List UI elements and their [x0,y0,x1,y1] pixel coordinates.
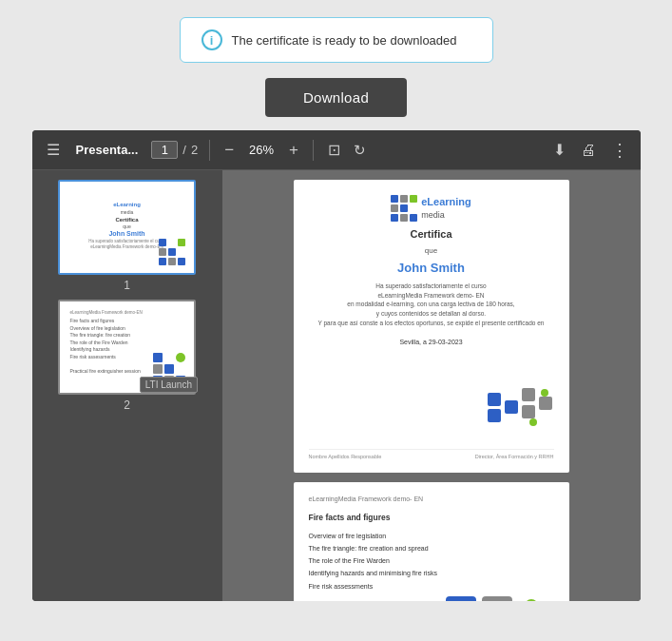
svg-rect-9 [488,409,501,422]
page2-graphic [446,596,560,601]
certificate-page-1: eLearning media Certifica que John Smith… [294,180,569,473]
fit-page-button[interactable]: ⊡ [325,138,343,162]
thumb-page-label-1: 1 [124,279,130,292]
pdf-content-area: eLearning media Certifica que John Smith… [222,170,641,601]
zoom-out-icon: − [224,141,234,159]
cert-person-name: John Smith [309,260,554,277]
svg-rect-7 [410,214,417,222]
svg-rect-8 [488,393,501,406]
svg-rect-0 [391,195,398,203]
svg-rect-6 [400,214,408,222]
alert-message: The certificate is ready to be downloade… [232,33,457,48]
pdf-title: Presenta... [76,143,139,157]
zoom-out-button[interactable]: − [221,142,237,158]
fit-page-icon: ⊡ [328,141,340,159]
cert-certifica-title: Certifica [309,227,554,242]
p2-topics-list: Overview of fire legislation The fire tr… [309,530,554,592]
rotate-icon: ↻ [354,142,366,159]
page-total: 2 [191,143,198,157]
toolbar-right-actions: ⬇ 🖨 ⋮ [550,137,631,164]
list-item: Fire risk assessments [309,580,554,592]
svg-point-23 [525,599,538,601]
svg-rect-17 [482,596,512,601]
cert-footer-right: Director, Área Formación y RRHH [475,454,554,461]
svg-rect-10 [505,400,518,414]
thumbnail-page-1[interactable]: eLearning media Certifica que John Smith… [58,180,196,292]
print-button[interactable]: 🖨 [578,139,599,162]
cert-footer-left: Nombre Apellidos Responsable [309,454,382,461]
p2-section-title: Fire facts and figures [309,512,554,525]
toolbar-divider-1 [209,140,210,161]
more-icon: ⋮ [611,140,628,161]
zoom-in-button[interactable]: + [286,142,301,158]
list-item: Identifying hazards and minimising fire … [309,567,554,579]
cert-date: Sevilla, a 29-03-2023 [309,338,554,347]
list-item: The role of the Fire Warden [309,554,554,567]
pdf-main-area: eLearning media Certifica que John Smith… [32,170,641,601]
page-control: / 2 [151,141,198,159]
svg-rect-1 [400,195,408,203]
svg-rect-4 [400,204,408,212]
certificate-page-2: eLearningMedia Framework demo- EN Fire f… [294,482,569,601]
alert-banner: i The certificate is ready to be downloa… [180,17,493,63]
svg-rect-16 [446,596,476,601]
thumb-page-label-2: 2 [124,398,130,412]
thumbnail-page-2[interactable]: eLearningMedia Framework demo-EN Fire fa… [58,300,196,412]
print-icon: 🖨 [581,142,596,159]
more-options-button[interactable]: ⋮ [608,137,631,164]
pdf-viewer: ☰ Presenta... / 2 − 26% + ⊡ ↻ ⬇ 🖨 [32,130,641,601]
list-item: The fire triangle: fire creation and spr… [309,542,554,554]
info-icon: i [202,29,222,50]
download-icon: ⬇ [553,141,566,159]
p2-header-text: eLearningMedia Framework demo- EN [309,494,554,504]
svg-rect-11 [522,388,535,401]
lti-badge: LTI Launch [140,377,198,393]
svg-point-15 [529,418,537,426]
menu-icon-button[interactable]: ☰ [42,137,65,163]
page2-graphic-icon [446,596,560,601]
pdf-toolbar: ☰ Presenta... / 2 − 26% + ⊡ ↻ ⬇ 🖨 [32,130,641,170]
svg-rect-12 [522,405,535,418]
svg-point-14 [541,389,548,397]
cert-page1-graphic-icon [488,388,554,445]
list-item: Overview of fire legislation [309,530,554,542]
pdf-sidebar: eLearning media Certifica que John Smith… [32,170,222,601]
page-separator: / [182,143,186,157]
cert-que-label: que [309,245,554,256]
thumb-image-1: eLearning media Certifica que John Smith… [58,180,196,275]
elearning-logo-icon [391,195,417,222]
page-number-input[interactable] [151,141,178,159]
svg-rect-5 [391,214,398,222]
zoom-value: 26% [244,143,278,157]
elearning-brand-text: eLearning [421,196,471,207]
svg-rect-3 [391,204,398,212]
svg-rect-2 [410,195,417,203]
media-brand-text: media [421,209,471,222]
download-button[interactable]: Download [265,78,407,117]
toolbar-divider-2 [313,140,314,161]
zoom-in-icon: + [289,141,298,159]
cert-brand: eLearning media [421,195,471,222]
hamburger-icon: ☰ [47,141,60,159]
cert-body: Ha superado satisfactoriamente el curso … [309,282,554,328]
cert-logo-row: eLearning media [309,195,554,222]
rotate-button[interactable]: ↻ [351,139,369,162]
toolbar-download-button[interactable]: ⬇ [550,138,568,162]
svg-rect-13 [539,397,552,410]
